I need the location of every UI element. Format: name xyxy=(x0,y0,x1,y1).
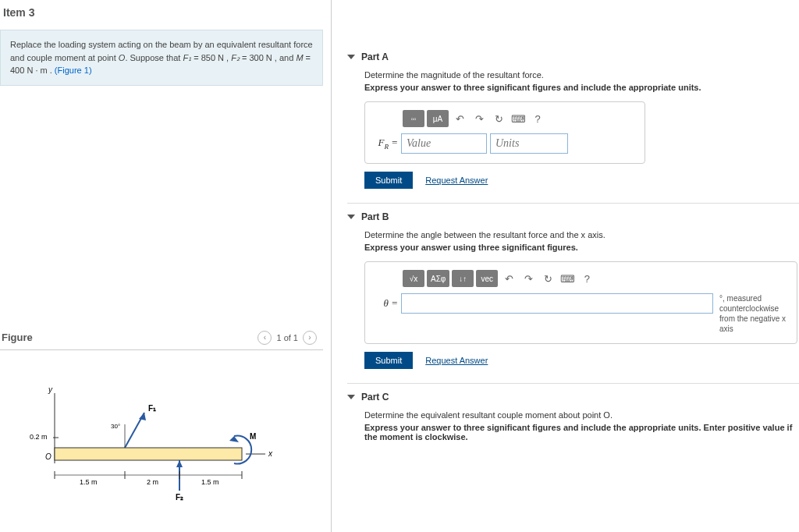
reset-icon[interactable]: ↻ xyxy=(490,110,507,127)
part-a-prompt: Determine the magnitude of the resultant… xyxy=(364,70,799,80)
part-b-instruct: Express your answer using three signific… xyxy=(364,243,799,252)
part-b-value-input[interactable] xyxy=(401,293,713,314)
part-b-toolbar: √x ΑΣφ ↓↑ vec ↶ ↷ ↻ ⌨ ? xyxy=(403,270,787,287)
part-a-value-input[interactable] xyxy=(401,133,487,154)
problem-text: . Suppose that xyxy=(125,53,183,62)
left-panel: Item 3 Replace the loading system acting… xyxy=(0,0,332,532)
undo-icon[interactable]: ↶ xyxy=(500,270,517,287)
part-b-section: Part B Determine the angle between the r… xyxy=(347,203,799,369)
dim-d3: 1.5 m xyxy=(201,478,219,486)
part-a-variable: FR = xyxy=(375,137,398,151)
part-a-header[interactable]: Part A xyxy=(347,45,799,67)
figure-section: Figure ‹ 1 of 1 › y 0.2 m O x xyxy=(0,328,323,533)
item-title: Item 3 xyxy=(0,5,323,30)
figure-title: Figure xyxy=(2,332,33,343)
part-a-units-input[interactable] xyxy=(490,133,568,154)
units-button[interactable]: μA xyxy=(427,110,449,127)
keyboard-icon[interactable]: ⌨ xyxy=(510,110,527,127)
moment-label: M xyxy=(250,432,256,441)
part-b-prompt: Determine the angle between the resultan… xyxy=(364,230,799,239)
part-a-answer-box: ▫▫ μA ↶ ↷ ↻ ⌨ ? FR = xyxy=(364,101,645,164)
help-icon[interactable]: ? xyxy=(529,110,546,127)
angle-label: 30° xyxy=(111,423,120,430)
redo-icon[interactable]: ↷ xyxy=(520,270,537,287)
figure-diagram: y 0.2 m O x F₁ 30° M xyxy=(0,350,323,533)
part-c-header[interactable]: Part C xyxy=(347,385,799,407)
part-b-title: Part B xyxy=(361,211,389,222)
figure-nav: ‹ 1 of 1 › xyxy=(257,331,317,345)
problem-statement: Replace the loading system acting on the… xyxy=(0,30,323,86)
axis-y-label: y xyxy=(48,385,53,394)
part-b-request-answer-link[interactable]: Request Answer xyxy=(425,356,488,365)
force-f2-label: F₂ xyxy=(176,493,183,502)
part-c-title: Part C xyxy=(361,392,389,403)
svg-marker-7 xyxy=(229,436,239,442)
part-c-prompt: Determine the equivalent resultant coupl… xyxy=(364,410,799,420)
part-a-submit-button[interactable]: Submit xyxy=(364,172,413,189)
dim-height: 0.2 m xyxy=(30,433,48,441)
part-b-answer-box: √x ΑΣφ ↓↑ vec ↶ ↷ ↻ ⌨ ? θ = xyxy=(364,261,797,344)
svg-rect-1 xyxy=(55,448,242,460)
help-icon[interactable]: ? xyxy=(578,270,595,287)
problem-text: = 300 N , and xyxy=(240,53,296,62)
arrows-button[interactable]: ↓↑ xyxy=(452,270,474,287)
origin-label: O xyxy=(45,452,51,461)
var-f1: F₁ xyxy=(183,53,191,62)
reset-icon[interactable]: ↻ xyxy=(539,270,556,287)
part-c-instruct: Express your answer to three significant… xyxy=(364,423,799,442)
figure-counter: 1 of 1 xyxy=(276,333,298,342)
part-a-section: Part A Determine the magnitude of the re… xyxy=(347,44,799,189)
sqrt-button[interactable]: √x xyxy=(403,270,424,287)
part-b-variable: θ = xyxy=(375,297,398,310)
part-b-submit-button[interactable]: Submit xyxy=(364,352,413,369)
var-m: M xyxy=(296,53,303,62)
figure-prev-button[interactable]: ‹ xyxy=(257,331,272,345)
part-c-section: Part C Determine the equivalent resultan… xyxy=(347,383,799,442)
figure-link[interactable]: (Figure 1) xyxy=(55,66,92,75)
undo-icon[interactable]: ↶ xyxy=(451,110,468,127)
template-button[interactable]: ▫▫ xyxy=(403,110,424,127)
keyboard-icon[interactable]: ⌨ xyxy=(559,270,576,287)
part-b-unit-note: °, measured counterclockwise from the ne… xyxy=(719,293,787,334)
dim-d1: 1.5 m xyxy=(80,478,98,486)
figure-next-button[interactable]: › xyxy=(303,331,317,345)
svg-marker-9 xyxy=(176,460,183,467)
part-a-instruct: Express your answer to three significant… xyxy=(364,83,799,92)
right-panel: Part A Determine the magnitude of the re… xyxy=(332,0,799,532)
part-a-title: Part A xyxy=(361,51,389,62)
axis-x-label: x xyxy=(268,449,273,458)
collapse-arrow-icon xyxy=(347,215,355,219)
dim-d2: 2 m xyxy=(147,478,158,486)
collapse-arrow-icon xyxy=(347,395,355,399)
collapse-arrow-icon xyxy=(347,55,355,59)
part-a-toolbar: ▫▫ μA ↶ ↷ ↻ ⌨ ? xyxy=(403,110,635,127)
part-b-header[interactable]: Part B xyxy=(347,205,799,227)
force-f1-label: F₁ xyxy=(148,404,156,413)
vec-button[interactable]: vec xyxy=(476,270,498,287)
var-f2: F₂ xyxy=(231,53,240,62)
symbols-button[interactable]: ΑΣφ xyxy=(427,270,449,287)
problem-text: = 850 N , xyxy=(191,53,229,62)
part-a-request-answer-link[interactable]: Request Answer xyxy=(425,176,488,185)
redo-icon[interactable]: ↷ xyxy=(471,110,488,127)
